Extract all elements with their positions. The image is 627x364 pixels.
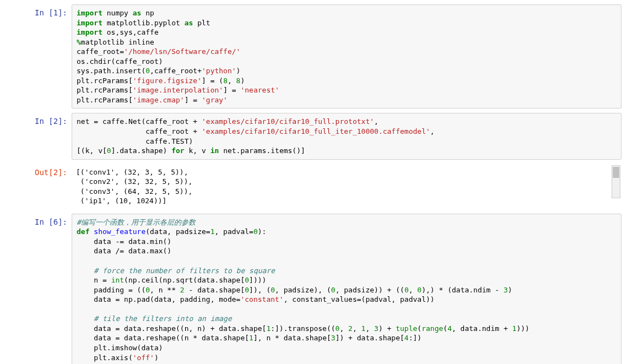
output-scrollbar[interactable] bbox=[612, 165, 620, 198]
cell-content: #编写一个函数，用于显示各层的参数 def show_feature(data,… bbox=[72, 214, 621, 364]
output-prompt: Out[2]: bbox=[6, 164, 72, 209]
cell-content: [('conv1', (32, 3, 5, 5)), ('conv2', (32… bbox=[72, 164, 621, 209]
code-block[interactable]: import numpy as np import matplotlib.pyp… bbox=[77, 8, 617, 105]
output-text: [('conv1', (32, 3, 5, 5)), ('conv2', (32… bbox=[76, 167, 617, 206]
input-prompt: In [2]: bbox=[6, 113, 72, 159]
code-input-area[interactable]: import numpy as np import matplotlib.pyp… bbox=[72, 4, 621, 108]
code-block[interactable]: net = caffe.Net(caffe_root + 'examples/c… bbox=[77, 117, 617, 155]
code-cell: In [6]: #编写一个函数，用于显示各层的参数 def show_featu… bbox=[6, 214, 621, 364]
cell-content: net = caffe.Net(caffe_root + 'examples/c… bbox=[72, 113, 621, 159]
output-area: [('conv1', (32, 3, 5, 5)), ('conv2', (32… bbox=[72, 164, 621, 209]
input-prompt: In [1]: bbox=[6, 4, 72, 108]
code-cell: In [2]: net = caffe.Net(caffe_root + 'ex… bbox=[6, 113, 621, 159]
code-cell: In [1]: import numpy as np import matplo… bbox=[6, 4, 621, 108]
scrollbar-thumb[interactable] bbox=[613, 167, 619, 178]
code-block[interactable]: #编写一个函数，用于显示各层的参数 def show_feature(data,… bbox=[77, 218, 617, 362]
jupyter-notebook: In [1]: import numpy as np import matplo… bbox=[0, 0, 627, 364]
output-cell: Out[2]: [('conv1', (32, 3, 5, 5)), ('con… bbox=[6, 164, 621, 209]
code-input-area[interactable]: #编写一个函数，用于显示各层的参数 def show_feature(data,… bbox=[72, 214, 621, 364]
cell-content: import numpy as np import matplotlib.pyp… bbox=[72, 4, 621, 108]
input-prompt: In [6]: bbox=[6, 214, 72, 364]
code-input-area[interactable]: net = caffe.Net(caffe_root + 'examples/c… bbox=[72, 113, 621, 159]
